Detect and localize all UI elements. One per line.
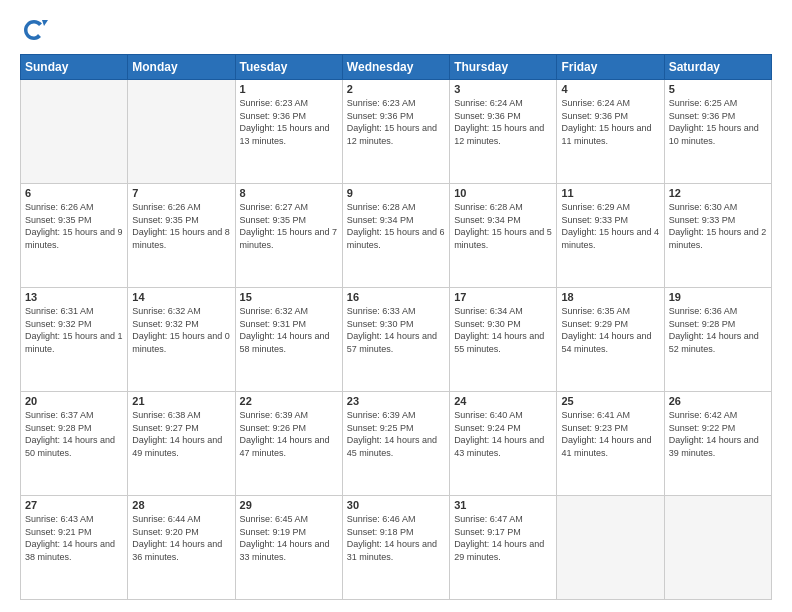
day-of-week-header: Tuesday — [235, 55, 342, 80]
day-info: Sunrise: 6:47 AM Sunset: 9:17 PM Dayligh… — [454, 513, 552, 563]
calendar-day-cell: 17Sunrise: 6:34 AM Sunset: 9:30 PM Dayli… — [450, 288, 557, 392]
day-number: 27 — [25, 499, 123, 511]
calendar-day-cell: 23Sunrise: 6:39 AM Sunset: 9:25 PM Dayli… — [342, 392, 449, 496]
calendar-day-cell: 31Sunrise: 6:47 AM Sunset: 9:17 PM Dayli… — [450, 496, 557, 600]
day-info: Sunrise: 6:43 AM Sunset: 9:21 PM Dayligh… — [25, 513, 123, 563]
day-number: 10 — [454, 187, 552, 199]
calendar-week-row: 20Sunrise: 6:37 AM Sunset: 9:28 PM Dayli… — [21, 392, 772, 496]
logo-icon — [20, 16, 48, 44]
day-info: Sunrise: 6:42 AM Sunset: 9:22 PM Dayligh… — [669, 409, 767, 459]
day-number: 17 — [454, 291, 552, 303]
calendar-day-cell: 13Sunrise: 6:31 AM Sunset: 9:32 PM Dayli… — [21, 288, 128, 392]
day-info: Sunrise: 6:38 AM Sunset: 9:27 PM Dayligh… — [132, 409, 230, 459]
calendar-day-cell: 26Sunrise: 6:42 AM Sunset: 9:22 PM Dayli… — [664, 392, 771, 496]
day-number: 16 — [347, 291, 445, 303]
day-info: Sunrise: 6:29 AM Sunset: 9:33 PM Dayligh… — [561, 201, 659, 251]
day-info: Sunrise: 6:32 AM Sunset: 9:31 PM Dayligh… — [240, 305, 338, 355]
calendar-day-cell: 28Sunrise: 6:44 AM Sunset: 9:20 PM Dayli… — [128, 496, 235, 600]
calendar-day-cell: 15Sunrise: 6:32 AM Sunset: 9:31 PM Dayli… — [235, 288, 342, 392]
logo — [20, 16, 52, 44]
day-number: 25 — [561, 395, 659, 407]
calendar-day-cell: 7Sunrise: 6:26 AM Sunset: 9:35 PM Daylig… — [128, 184, 235, 288]
day-of-week-header: Saturday — [664, 55, 771, 80]
calendar-day-cell — [664, 496, 771, 600]
day-number: 3 — [454, 83, 552, 95]
day-number: 4 — [561, 83, 659, 95]
day-number: 21 — [132, 395, 230, 407]
day-info: Sunrise: 6:36 AM Sunset: 9:28 PM Dayligh… — [669, 305, 767, 355]
day-info: Sunrise: 6:35 AM Sunset: 9:29 PM Dayligh… — [561, 305, 659, 355]
calendar-day-cell — [557, 496, 664, 600]
day-info: Sunrise: 6:37 AM Sunset: 9:28 PM Dayligh… — [25, 409, 123, 459]
day-of-week-header: Monday — [128, 55, 235, 80]
calendar-day-cell: 4Sunrise: 6:24 AM Sunset: 9:36 PM Daylig… — [557, 80, 664, 184]
day-number: 22 — [240, 395, 338, 407]
calendar-day-cell: 29Sunrise: 6:45 AM Sunset: 9:19 PM Dayli… — [235, 496, 342, 600]
day-number: 23 — [347, 395, 445, 407]
day-info: Sunrise: 6:26 AM Sunset: 9:35 PM Dayligh… — [132, 201, 230, 251]
calendar-day-cell: 21Sunrise: 6:38 AM Sunset: 9:27 PM Dayli… — [128, 392, 235, 496]
calendar-day-cell: 5Sunrise: 6:25 AM Sunset: 9:36 PM Daylig… — [664, 80, 771, 184]
calendar-table: SundayMondayTuesdayWednesdayThursdayFrid… — [20, 54, 772, 600]
calendar-week-row: 27Sunrise: 6:43 AM Sunset: 9:21 PM Dayli… — [21, 496, 772, 600]
calendar-day-cell: 27Sunrise: 6:43 AM Sunset: 9:21 PM Dayli… — [21, 496, 128, 600]
day-number: 11 — [561, 187, 659, 199]
day-info: Sunrise: 6:24 AM Sunset: 9:36 PM Dayligh… — [561, 97, 659, 147]
day-number: 19 — [669, 291, 767, 303]
day-info: Sunrise: 6:23 AM Sunset: 9:36 PM Dayligh… — [347, 97, 445, 147]
calendar-week-row: 6Sunrise: 6:26 AM Sunset: 9:35 PM Daylig… — [21, 184, 772, 288]
day-info: Sunrise: 6:41 AM Sunset: 9:23 PM Dayligh… — [561, 409, 659, 459]
day-number: 31 — [454, 499, 552, 511]
calendar-day-cell: 14Sunrise: 6:32 AM Sunset: 9:32 PM Dayli… — [128, 288, 235, 392]
calendar-day-cell: 2Sunrise: 6:23 AM Sunset: 9:36 PM Daylig… — [342, 80, 449, 184]
day-info: Sunrise: 6:34 AM Sunset: 9:30 PM Dayligh… — [454, 305, 552, 355]
calendar-day-cell — [128, 80, 235, 184]
calendar-day-cell: 12Sunrise: 6:30 AM Sunset: 9:33 PM Dayli… — [664, 184, 771, 288]
day-number: 18 — [561, 291, 659, 303]
calendar-day-cell: 8Sunrise: 6:27 AM Sunset: 9:35 PM Daylig… — [235, 184, 342, 288]
day-number: 24 — [454, 395, 552, 407]
day-number: 14 — [132, 291, 230, 303]
calendar-day-cell: 11Sunrise: 6:29 AM Sunset: 9:33 PM Dayli… — [557, 184, 664, 288]
day-number: 20 — [25, 395, 123, 407]
day-info: Sunrise: 6:44 AM Sunset: 9:20 PM Dayligh… — [132, 513, 230, 563]
day-info: Sunrise: 6:39 AM Sunset: 9:26 PM Dayligh… — [240, 409, 338, 459]
calendar-day-cell: 19Sunrise: 6:36 AM Sunset: 9:28 PM Dayli… — [664, 288, 771, 392]
day-info: Sunrise: 6:27 AM Sunset: 9:35 PM Dayligh… — [240, 201, 338, 251]
day-info: Sunrise: 6:33 AM Sunset: 9:30 PM Dayligh… — [347, 305, 445, 355]
calendar-day-cell: 22Sunrise: 6:39 AM Sunset: 9:26 PM Dayli… — [235, 392, 342, 496]
day-number: 7 — [132, 187, 230, 199]
calendar-day-cell: 1Sunrise: 6:23 AM Sunset: 9:36 PM Daylig… — [235, 80, 342, 184]
day-info: Sunrise: 6:46 AM Sunset: 9:18 PM Dayligh… — [347, 513, 445, 563]
day-of-week-header: Friday — [557, 55, 664, 80]
day-number: 8 — [240, 187, 338, 199]
calendar-day-cell: 6Sunrise: 6:26 AM Sunset: 9:35 PM Daylig… — [21, 184, 128, 288]
calendar-week-row: 1Sunrise: 6:23 AM Sunset: 9:36 PM Daylig… — [21, 80, 772, 184]
day-number: 29 — [240, 499, 338, 511]
day-number: 2 — [347, 83, 445, 95]
day-info: Sunrise: 6:40 AM Sunset: 9:24 PM Dayligh… — [454, 409, 552, 459]
day-number: 5 — [669, 83, 767, 95]
day-info: Sunrise: 6:26 AM Sunset: 9:35 PM Dayligh… — [25, 201, 123, 251]
calendar-header-row: SundayMondayTuesdayWednesdayThursdayFrid… — [21, 55, 772, 80]
day-info: Sunrise: 6:30 AM Sunset: 9:33 PM Dayligh… — [669, 201, 767, 251]
header — [20, 16, 772, 44]
calendar-day-cell — [21, 80, 128, 184]
day-info: Sunrise: 6:25 AM Sunset: 9:36 PM Dayligh… — [669, 97, 767, 147]
calendar-day-cell: 3Sunrise: 6:24 AM Sunset: 9:36 PM Daylig… — [450, 80, 557, 184]
day-info: Sunrise: 6:39 AM Sunset: 9:25 PM Dayligh… — [347, 409, 445, 459]
day-info: Sunrise: 6:45 AM Sunset: 9:19 PM Dayligh… — [240, 513, 338, 563]
day-info: Sunrise: 6:28 AM Sunset: 9:34 PM Dayligh… — [347, 201, 445, 251]
day-number: 1 — [240, 83, 338, 95]
day-info: Sunrise: 6:23 AM Sunset: 9:36 PM Dayligh… — [240, 97, 338, 147]
calendar-day-cell: 20Sunrise: 6:37 AM Sunset: 9:28 PM Dayli… — [21, 392, 128, 496]
day-info: Sunrise: 6:32 AM Sunset: 9:32 PM Dayligh… — [132, 305, 230, 355]
day-number: 28 — [132, 499, 230, 511]
day-number: 9 — [347, 187, 445, 199]
calendar-week-row: 13Sunrise: 6:31 AM Sunset: 9:32 PM Dayli… — [21, 288, 772, 392]
calendar-day-cell: 16Sunrise: 6:33 AM Sunset: 9:30 PM Dayli… — [342, 288, 449, 392]
calendar-day-cell: 24Sunrise: 6:40 AM Sunset: 9:24 PM Dayli… — [450, 392, 557, 496]
calendar-day-cell: 30Sunrise: 6:46 AM Sunset: 9:18 PM Dayli… — [342, 496, 449, 600]
calendar-day-cell: 9Sunrise: 6:28 AM Sunset: 9:34 PM Daylig… — [342, 184, 449, 288]
calendar-day-cell: 18Sunrise: 6:35 AM Sunset: 9:29 PM Dayli… — [557, 288, 664, 392]
